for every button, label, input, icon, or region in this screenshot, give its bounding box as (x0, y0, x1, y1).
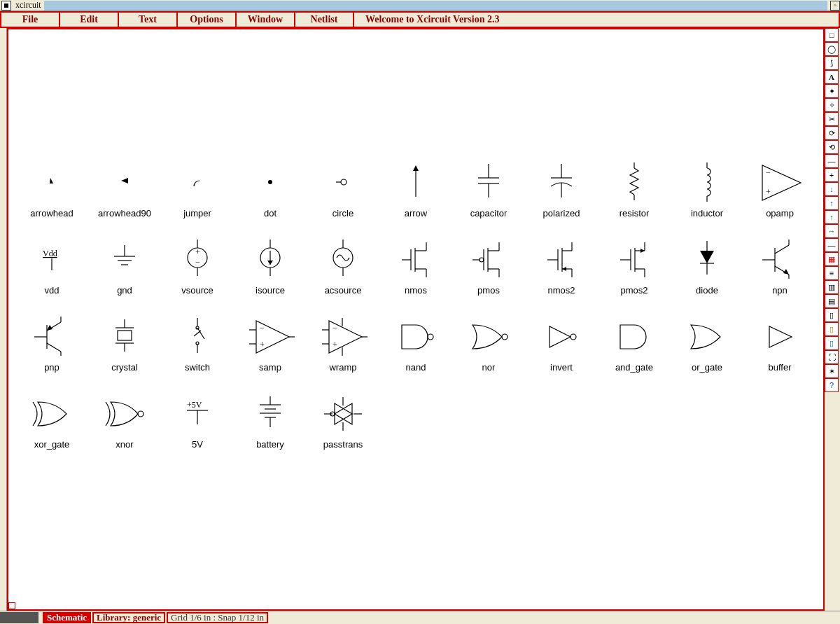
help-icon[interactable]: ? (825, 378, 839, 392)
library-item-5V[interactable]: +5V5V (161, 373, 234, 450)
library-item-xor-gate[interactable]: xor_gate (15, 373, 88, 450)
npn-icon (748, 239, 811, 281)
book3-icon[interactable]: ▯ (825, 336, 839, 350)
crosshair-icon[interactable]: ✶ (825, 364, 839, 378)
library-item-nmos2[interactable]: nmos2 (525, 219, 598, 296)
library-item-label: wramp (329, 362, 356, 373)
library-item-label: isource (255, 285, 285, 296)
library-item-invert[interactable]: invert (525, 296, 598, 373)
library-item-passtrans[interactable]: passtrans (307, 373, 379, 450)
move-star-icon[interactable]: ✦ (825, 84, 839, 98)
library-item-crystal[interactable]: crystal (88, 296, 161, 373)
titlebar-drag[interactable] (44, 1, 827, 11)
down-blue-icon[interactable]: ↓ (825, 182, 839, 196)
library-grid: arrowheadarrowhead90jumperdotcirclearrow… (15, 141, 816, 450)
library-item-pmos2[interactable]: pmos2 (598, 219, 671, 296)
library-item-isource[interactable]: isource (234, 219, 307, 296)
book1-icon[interactable]: ▯ (825, 308, 839, 322)
library-item-or-gate[interactable]: or_gate (671, 296, 743, 373)
switch-icon (166, 316, 229, 358)
library-item-label: gnd (117, 285, 132, 296)
window-resize-icon[interactable]: ▫ (830, 1, 840, 11)
library-item-arrow[interactable]: arrow (379, 141, 452, 219)
menu-netlist[interactable]: Netlist (295, 13, 354, 27)
library-item-acsource[interactable]: acsource (307, 219, 379, 296)
library-item-wramp[interactable]: −+wramp (307, 296, 379, 373)
menu-file[interactable]: File (1, 13, 60, 27)
library-item-label: invert (550, 362, 573, 373)
library-item-nmos[interactable]: nmos (379, 219, 452, 296)
lr-green-icon[interactable]: ↔ (825, 224, 839, 238)
library-item-xnor[interactable]: xnor (88, 373, 161, 450)
library-item-gnd[interactable]: gnd (88, 219, 161, 296)
canvas[interactable]: arrowheadarrowhead90jumperdotcirclearrow… (7, 28, 825, 611)
library-item-circle[interactable]: circle (307, 141, 379, 219)
text-icon[interactable]: A (825, 70, 839, 84)
library-item-dot[interactable]: dot (234, 141, 307, 219)
cut-icon[interactable]: ✂ (825, 112, 839, 126)
library-item-nor[interactable]: nor (452, 296, 525, 373)
library-item-buffer[interactable]: buffer (743, 296, 816, 373)
transform-icon[interactable]: ✧ (825, 98, 839, 112)
library-item-label: or_gate (692, 362, 722, 373)
library-item-label: pmos2 (620, 285, 648, 296)
menu-window[interactable]: Window (237, 13, 295, 27)
library-item-opamp[interactable]: −+opamp (743, 141, 816, 219)
svg-point-114 (428, 334, 433, 340)
up-green-icon[interactable]: ↑ (825, 210, 839, 224)
library-item-switch[interactable]: switch (161, 296, 234, 373)
library-item-jumper[interactable]: jumper (161, 141, 234, 219)
box-icon[interactable]: □ (825, 28, 839, 42)
and_gate-icon (603, 316, 666, 358)
rotate-cw-icon[interactable]: ⟳ (825, 126, 839, 140)
fill-icon[interactable]: ▤ (825, 294, 839, 308)
library-item-npn[interactable]: npn (743, 219, 816, 296)
rotate-ccw-icon[interactable]: ⟲ (825, 140, 839, 154)
library-item-arrowhead90[interactable]: arrowhead90 (88, 141, 161, 219)
capacitor-icon (457, 162, 520, 204)
menu-edit[interactable]: Edit (60, 13, 119, 27)
library-item-resistor[interactable]: resistor (598, 141, 671, 219)
menu-options[interactable]: Options (178, 13, 237, 27)
library-item-label: jumper (183, 208, 211, 219)
status-library: Library: generic (92, 612, 165, 623)
separator[interactable]: — (825, 238, 839, 252)
svg-marker-0 (50, 178, 53, 183)
library-item-diode[interactable]: diode (671, 219, 743, 296)
vbar-icon[interactable]: + (825, 168, 839, 182)
svg-marker-132 (335, 403, 352, 424)
xor_gate-icon (20, 393, 83, 435)
library-item-nand[interactable]: nand (379, 296, 452, 373)
zoom-fit-icon[interactable]: ⛶ (825, 350, 839, 364)
lines-icon[interactable]: ≡ (825, 266, 839, 280)
library-item-pnp[interactable]: pnp (15, 296, 88, 373)
library-item-polarized[interactable]: polarized (525, 141, 598, 219)
library-item-and-gate[interactable]: and_gate (598, 296, 671, 373)
library-item-vdd[interactable]: Vddvdd (15, 219, 88, 296)
library-item-label: acsource (325, 285, 362, 296)
library-item-inductor[interactable]: inductor (671, 141, 743, 219)
svg-text:+5V: +5V (187, 400, 202, 410)
library-item-label: xor_gate (34, 439, 70, 450)
menu-text[interactable]: Text (119, 13, 178, 27)
circle-icon[interactable]: ◯ (825, 42, 839, 56)
book2-icon[interactable]: ▯ (825, 322, 839, 336)
library-item-battery[interactable]: battery (234, 373, 307, 450)
vdd-icon: Vdd (20, 239, 83, 281)
grid-icon[interactable]: ▥ (825, 280, 839, 294)
palette-icon[interactable]: ▦ (825, 252, 839, 266)
curve-icon[interactable]: ⟆ (825, 56, 839, 70)
library-item-label: diode (696, 285, 718, 296)
status-schematic-button[interactable]: Schematic (43, 612, 91, 623)
svg-point-2 (268, 180, 272, 184)
hbar-icon[interactable]: — (825, 154, 839, 168)
library-item-capacitor[interactable]: capacitor (452, 141, 525, 219)
svg-text:+: + (195, 247, 200, 257)
nmos-icon (384, 239, 447, 281)
library-item-arrowhead[interactable]: arrowhead (15, 141, 88, 219)
library-item-vsource[interactable]: +−vsource (161, 219, 234, 296)
library-item-pmos[interactable]: pmos (452, 219, 525, 296)
library-item-samp[interactable]: −+samp (234, 296, 307, 373)
up-blue-icon[interactable]: ↑ (825, 196, 839, 210)
library-item-label: 5V (192, 439, 203, 450)
